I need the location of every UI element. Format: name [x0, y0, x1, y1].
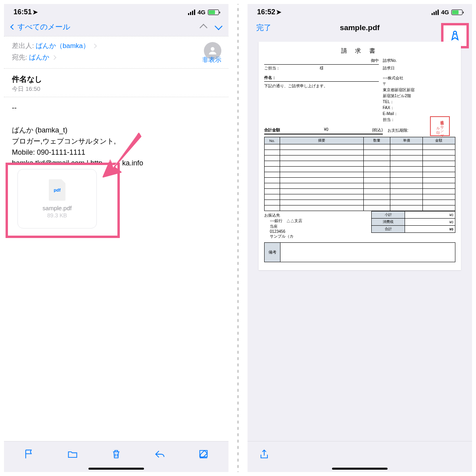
- battery-icon: [451, 10, 463, 15]
- bottom-toolbar: [248, 441, 472, 462]
- back-button[interactable]: すべてのメール: [11, 22, 70, 32]
- status-bar: 16:51➤ 4G: [4, 4, 228, 18]
- invoice-title: 請 求 書: [264, 47, 455, 55]
- compose-button[interactable]: [198, 449, 209, 460]
- pdf-nav-bar: 完了 sample.pdf: [248, 18, 472, 38]
- attachment-card[interactable]: pdf sample.pdf 89.3 KB: [17, 169, 97, 228]
- invoice-date-label: 請求日: [383, 65, 455, 71]
- attachment-name: sample.pdf: [42, 205, 71, 211]
- svg-point-1: [453, 31, 457, 35]
- home-indicator[interactable]: [332, 468, 388, 470]
- summary-table: 小計¥0 消費税¥0 合計¥0: [371, 211, 455, 233]
- nav-bar: すべてのメール: [4, 18, 228, 36]
- back-label: すべてのメール: [17, 22, 70, 32]
- subject-label: 件名：: [264, 75, 276, 80]
- location-icon: ➤: [33, 8, 38, 16]
- trash-button[interactable]: [111, 449, 122, 460]
- next-message-button[interactable]: [215, 22, 223, 30]
- pdf-preview-screen: 16:52➤ 4G 完了 sample.pdf 請 求 書: [248, 4, 472, 472]
- status-time: 16:52: [257, 8, 275, 16]
- signal-icon: [432, 10, 439, 15]
- to-row[interactable]: 宛先: ばんか: [12, 53, 221, 62]
- mail-body: -- ばんか (bamka_t) ブロガー,ウェブコンサルタント, Mobile…: [4, 97, 228, 441]
- network-label: 4G: [198, 9, 205, 15]
- line-items-table: No. 摘要 数量 単価 金額: [264, 137, 455, 211]
- to-label: 宛先:: [12, 53, 27, 62]
- attendant-label: ご担当：: [264, 66, 280, 70]
- from-row[interactable]: 差出人: ばんか（bamka）: [12, 41, 221, 50]
- battery-icon: [208, 10, 219, 15]
- screens-divider: [236, 4, 240, 472]
- signature-line: ばんか (bamka_t): [12, 125, 221, 136]
- mail-screen: 16:51➤ 4G すべてのメール 差出人: ばんか（bamka）: [4, 4, 228, 472]
- bank-info-label: お振込先: [264, 213, 371, 218]
- reply-button[interactable]: [154, 449, 165, 460]
- done-button[interactable]: 完了: [256, 23, 271, 33]
- signature-separator: --: [12, 103, 221, 114]
- markup-icon: [449, 30, 461, 42]
- invoice-no-label: 請求No.: [383, 58, 455, 65]
- signal-icon: [188, 10, 195, 15]
- folder-button[interactable]: [67, 449, 78, 460]
- from-value: ばんか（bamka）: [36, 41, 90, 50]
- person-icon: [207, 45, 218, 56]
- subject-text: 件名なし: [12, 74, 221, 84]
- pdf-file-icon: pdf: [49, 179, 65, 201]
- from-label: 差出人:: [12, 41, 34, 50]
- network-label: 4G: [441, 9, 449, 15]
- chevron-right-icon: [92, 44, 96, 48]
- total-label: 合計金額: [264, 127, 280, 133]
- signature-line: ブロガー,ウェブコンサルタント,: [12, 136, 221, 147]
- notes-box: 備考: [264, 242, 455, 262]
- svg-point-0: [211, 47, 214, 51]
- flag-button[interactable]: [23, 449, 35, 460]
- share-button[interactable]: [259, 449, 270, 460]
- signature-line: Mobile: 090-1111-1111: [12, 147, 221, 158]
- pdf-title: sample.pdf: [248, 23, 472, 32]
- hide-button[interactable]: 非表示: [202, 56, 221, 64]
- bottom-toolbar: [4, 441, 228, 462]
- location-icon: ➤: [276, 8, 281, 16]
- mail-header: 差出人: ばんか（bamka） 宛先: ばんか 非表示: [4, 36, 228, 69]
- chevron-right-icon: [52, 55, 56, 60]
- attachment-size: 89.3 KB: [47, 212, 67, 219]
- status-time: 16:51: [13, 8, 32, 16]
- total-value: ¥0: [280, 127, 372, 133]
- home-indicator[interactable]: [88, 468, 144, 470]
- subject-section: 件名なし 今日 16:50: [4, 69, 228, 97]
- chevron-left-icon: [10, 24, 16, 30]
- to-value: ばんか: [29, 53, 49, 62]
- annotation-highlight: pdf sample.pdf 89.3 KB: [6, 163, 120, 238]
- invoice-preamble: 下記の通り、ご請求申し上げます。: [264, 83, 382, 89]
- pdf-document[interactable]: 請 求 書 御中 請求No. ご担当：様 請求日 件名： 下記の通り、ご請求申し…: [259, 42, 461, 270]
- company-name: ○○株式会社: [383, 75, 455, 81]
- company-seal-icon: 株式会社 ボーサンプル印: [430, 116, 450, 136]
- addressee-suffix: 御中: [371, 58, 379, 63]
- status-bar: 16:52➤ 4G: [248, 4, 472, 18]
- prev-message-button[interactable]: [200, 24, 207, 32]
- date-text: 今日 16:50: [12, 85, 221, 93]
